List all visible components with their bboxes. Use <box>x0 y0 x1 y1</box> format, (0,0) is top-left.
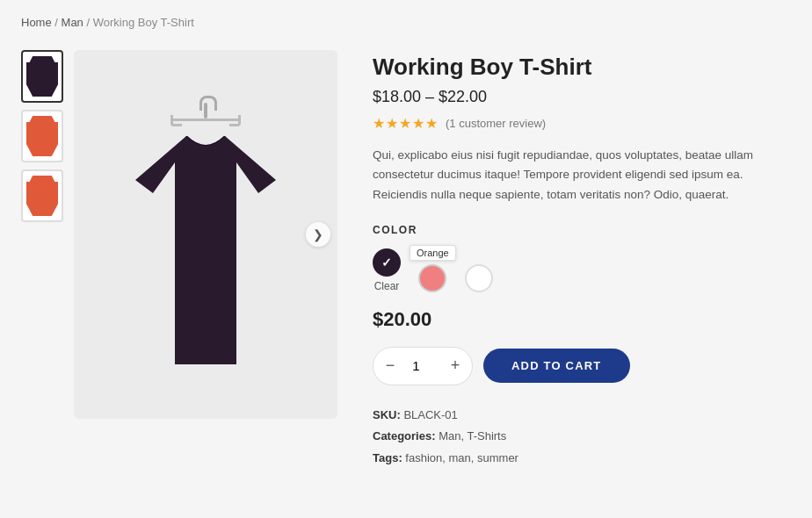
product-layout: ❯ Working Boy T-Shirt $18.00 – $22.00 ★★… <box>21 50 791 470</box>
swatch-white[interactable] <box>465 264 493 292</box>
review-count: (1 customer review) <box>446 117 546 130</box>
rating-row: ★★★★★ (1 customer review) <box>373 115 791 132</box>
product-price: $20.00 <box>373 308 791 331</box>
next-arrow-button[interactable]: ❯ <box>306 222 330 247</box>
qty-plus-button[interactable]: + <box>439 348 472 385</box>
thumbnail-3[interactable] <box>21 169 63 222</box>
thumb-img-red <box>26 116 58 156</box>
hanger-hook <box>204 103 207 119</box>
tshirt-display <box>127 103 285 366</box>
thumbnail-2[interactable] <box>21 110 63 162</box>
breadcrumb-home[interactable]: Home <box>21 16 52 29</box>
price-range: $18.00 – $22.00 <box>373 88 791 106</box>
quantity-control: − + <box>373 347 473 385</box>
product-title: Working Boy T-Shirt <box>373 54 791 81</box>
product-info: Working Boy T-Shirt $18.00 – $22.00 ★★★★… <box>373 50 791 470</box>
thumbnail-list <box>21 50 63 419</box>
hanger <box>170 103 241 138</box>
color-label: COLOR <box>373 224 791 236</box>
sku-row: SKU: BLACK-01 <box>373 405 791 427</box>
qty-input[interactable] <box>407 358 439 373</box>
swatch-wrapper-black: Clear <box>373 248 401 292</box>
add-to-cart-button[interactable]: ADD TO CART <box>483 349 630 383</box>
categories-value: Man, T-Shirts <box>439 429 506 442</box>
breadcrumb: Home / Man / Working Boy T-Shirt <box>21 16 791 29</box>
thumb-img-red2 <box>26 176 58 216</box>
breadcrumb-current: Working Boy T-Shirt <box>93 16 194 29</box>
product-description: Qui, explicabo eius nisi fugit repudiand… <box>373 146 791 205</box>
thumbnail-1[interactable] <box>21 50 63 103</box>
main-product-image: ❯ <box>74 50 337 419</box>
sku-value: BLACK-01 <box>403 408 457 421</box>
categories-label: Categories: <box>373 429 436 442</box>
tags-row: Tags: fashion, man, summer <box>373 448 791 470</box>
thumb-img-black <box>26 56 58 97</box>
color-section: COLOR Clear Orange <box>373 224 791 292</box>
sku-label: SKU: <box>373 408 401 421</box>
orange-tooltip: Orange <box>410 245 456 261</box>
tshirt-svg <box>127 136 285 364</box>
clear-label: Clear <box>374 280 400 292</box>
breadcrumb-sep-1: / <box>54 16 61 29</box>
image-section: ❯ <box>21 50 337 419</box>
page-wrapper: Home / Man / Working Boy T-Shirt <box>0 0 812 518</box>
qty-minus-button[interactable]: − <box>373 348 407 385</box>
tags-label: Tags: <box>373 451 402 464</box>
quantity-cart-row: − + ADD TO CART <box>373 347 791 385</box>
star-rating: ★★★★★ <box>373 115 439 132</box>
hanger-bar <box>170 119 241 121</box>
breadcrumb-sep-2: / <box>86 16 92 29</box>
categories-row: Categories: Man, T-Shirts <box>373 426 791 448</box>
tshirt-body <box>127 136 285 364</box>
tags-value: fashion, man, summer <box>405 451 518 464</box>
swatch-wrapper-orange: Orange <box>410 245 456 292</box>
swatch-black[interactable] <box>373 248 401 277</box>
meta-section: SKU: BLACK-01 Categories: Man, T-Shirts … <box>373 405 791 470</box>
swatch-wrapper-white <box>465 264 493 292</box>
swatch-orange[interactable] <box>418 264 446 292</box>
breadcrumb-man[interactable]: Man <box>62 16 83 29</box>
